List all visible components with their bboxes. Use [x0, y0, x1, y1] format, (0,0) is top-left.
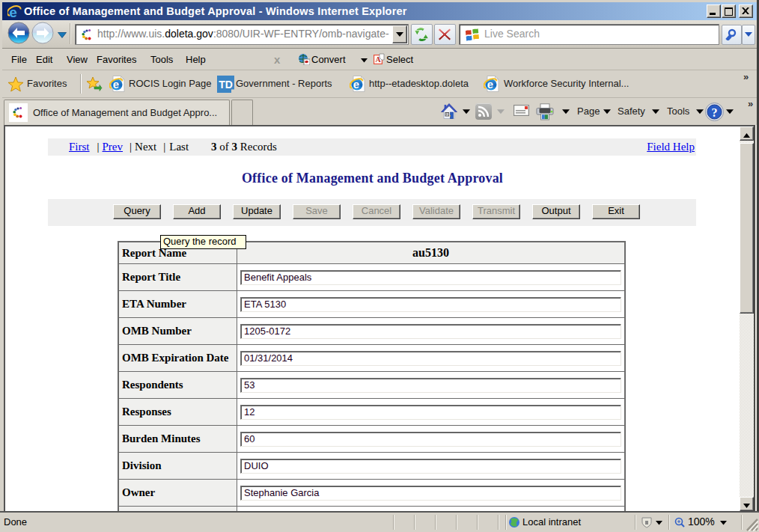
- svg-text:TD: TD: [219, 79, 233, 91]
- svg-text:?: ?: [712, 106, 718, 119]
